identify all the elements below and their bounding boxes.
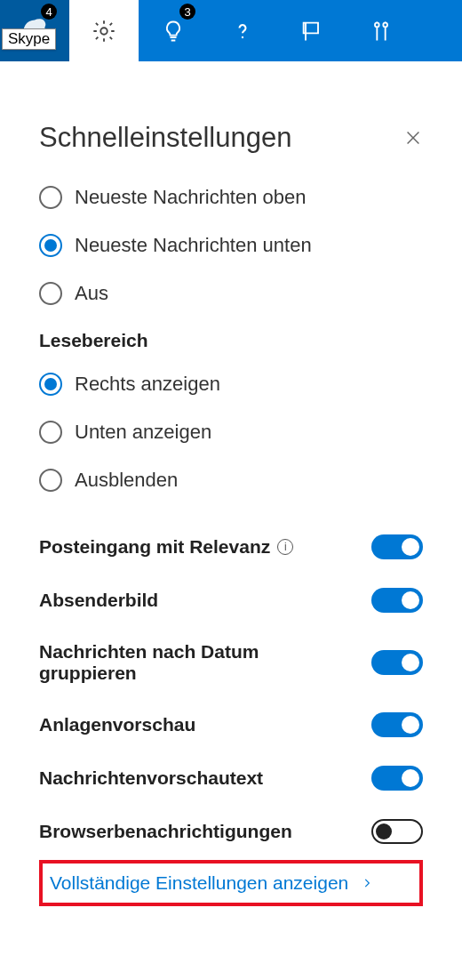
radio-icon: [39, 421, 62, 444]
reading-bottom[interactable]: Unten anzeigen: [39, 421, 423, 444]
feedback-button[interactable]: [277, 0, 346, 61]
info-icon[interactable]: i: [277, 539, 293, 555]
skype-tooltip: Skype: [2, 28, 56, 50]
megaphone-icon: [299, 19, 324, 44]
toggle-label: Anlagenvorschau: [39, 714, 195, 735]
radio-icon: [39, 373, 62, 396]
reading-pane-header: Lesebereich: [39, 330, 423, 351]
toggle-label: Absenderbild: [39, 590, 158, 611]
svg-point-3: [383, 22, 387, 27]
sort-newest-bottom[interactable]: Neueste Nachrichten unten: [39, 234, 423, 257]
close-button[interactable]: [403, 128, 423, 148]
radio-label: Neueste Nachrichten oben: [75, 186, 307, 209]
toggle-label: Nachrichtenvorschautext: [39, 767, 263, 789]
toggle-sender-pic[interactable]: [371, 588, 423, 613]
lightbulb-icon: [161, 19, 186, 44]
radio-icon: [39, 282, 62, 305]
radio-label: Aus: [75, 282, 108, 305]
radio-label: Unten anzeigen: [75, 421, 211, 444]
help-button[interactable]: [208, 0, 277, 61]
toggle-sender-pic-row: Absenderbild: [39, 588, 423, 613]
quick-settings-panel: Schnelleinstellungen Neueste Nachrichten…: [0, 61, 462, 980]
toggle-browser-notif-row: Browserbenachrichtigungen: [39, 819, 423, 844]
tips-badge: 3: [179, 4, 195, 20]
toggle-label: Posteingang mit Relevanz: [39, 536, 270, 558]
toggle-label: Browserbenachrichtigungen: [39, 821, 292, 842]
top-bar: 4 Skype 3: [0, 0, 462, 61]
toggle-attach-preview-row: Anlagenvorschau: [39, 712, 423, 737]
toggle-label: Nachrichten nach Datum gruppieren: [39, 641, 306, 684]
skype-badge: 4: [41, 4, 57, 20]
close-icon: [403, 128, 423, 148]
full-settings-highlight: Vollständige Einstellungen anzeigen: [39, 860, 423, 906]
svg-point-1: [242, 36, 243, 37]
gear-icon: [92, 19, 116, 44]
toggle-group-date[interactable]: [371, 650, 423, 675]
toggle-attach-preview[interactable]: [371, 712, 423, 737]
reading-right[interactable]: Rechts anzeigen: [39, 373, 423, 396]
skype-button[interactable]: 4 Skype: [0, 0, 69, 61]
toggle-group-date-row: Nachrichten nach Datum gruppieren: [39, 641, 423, 684]
full-settings-link[interactable]: Vollständige Einstellungen anzeigen: [50, 872, 348, 894]
toggle-focused-inbox-row: Posteingang mit Relevanz i: [39, 534, 423, 559]
svg-point-0: [100, 28, 107, 34]
radio-label: Rechts anzeigen: [75, 373, 220, 396]
question-icon: [230, 19, 255, 44]
settings-button[interactable]: [69, 0, 139, 61]
tools-icon: [369, 19, 394, 44]
toggle-msg-preview[interactable]: [371, 766, 423, 791]
chevron-right-icon: [361, 874, 373, 892]
sort-newest-top[interactable]: Neueste Nachrichten oben: [39, 186, 423, 209]
radio-label: Ausblenden: [75, 469, 178, 492]
settings-content: Neueste Nachrichten oben Neueste Nachric…: [39, 186, 423, 980]
toggle-msg-preview-row: Nachrichtenvorschautext: [39, 766, 423, 791]
panel-title: Schnelleinstellungen: [39, 122, 291, 154]
radio-label: Neueste Nachrichten unten: [75, 234, 312, 257]
radio-icon: [39, 469, 62, 492]
radio-icon: [39, 186, 62, 209]
toggle-focused-inbox[interactable]: [371, 534, 423, 559]
tips-button[interactable]: 3: [139, 0, 208, 61]
sort-off[interactable]: Aus: [39, 282, 423, 305]
toggle-browser-notif[interactable]: [371, 819, 423, 844]
radio-icon: [39, 234, 62, 257]
reading-hide[interactable]: Ausblenden: [39, 469, 423, 492]
tools-button[interactable]: [346, 0, 416, 61]
svg-point-2: [375, 22, 379, 27]
